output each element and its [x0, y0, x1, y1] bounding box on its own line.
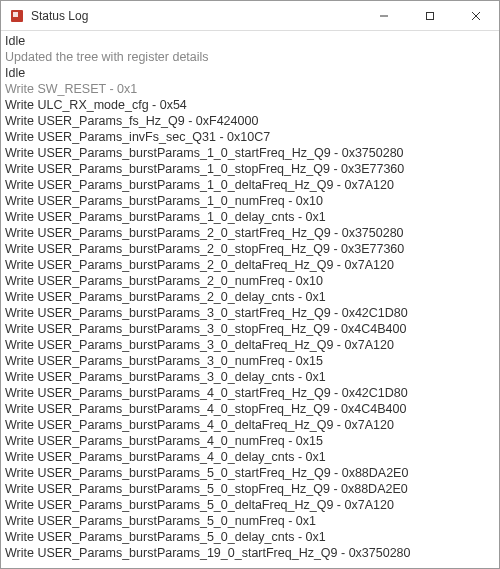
svg-rect-2 [13, 12, 18, 17]
log-line: Write USER_Params_burstParams_5_0_stopFr… [5, 481, 495, 497]
log-line: Write USER_Params_burstParams_1_0_delay_… [5, 209, 495, 225]
log-line: Updated the tree with register details [5, 49, 495, 65]
log-area[interactable]: IdleUpdated the tree with register detai… [1, 31, 499, 568]
log-line: Write USER_Params_burstParams_2_0_numFre… [5, 273, 495, 289]
window-controls [361, 1, 499, 30]
log-line: Write USER_Params_burstParams_5_0_numFre… [5, 513, 495, 529]
log-line: Write USER_Params_burstParams_2_0_deltaF… [5, 257, 495, 273]
log-line: Write ULC_RX_mode_cfg - 0x54 [5, 97, 495, 113]
log-line: Write USER_Params_burstParams_3_0_startF… [5, 305, 495, 321]
close-button[interactable] [453, 1, 499, 30]
log-line: Write USER_Params_burstParams_1_0_startF… [5, 145, 495, 161]
log-line: Idle [5, 33, 495, 49]
log-line: Write USER_Params_burstParams_4_0_deltaF… [5, 417, 495, 433]
log-line: Write USER_Params_burstParams_5_0_deltaF… [5, 497, 495, 513]
log-line: Write USER_Params_burstParams_4_0_startF… [5, 385, 495, 401]
maximize-button[interactable] [407, 1, 453, 30]
log-line: Write SW_RESET - 0x1 [5, 81, 495, 97]
log-line: Write USER_Params_burstParams_3_0_stopFr… [5, 321, 495, 337]
log-line: Write USER_Params_burstParams_5_0_delay_… [5, 529, 495, 545]
svg-rect-4 [427, 12, 434, 19]
log-line: Write USER_Params_invFs_sec_Q31 - 0x10C7 [5, 129, 495, 145]
titlebar[interactable]: Status Log [1, 1, 499, 31]
log-line: Write USER_Params_burstParams_5_0_startF… [5, 465, 495, 481]
log-line: Write USER_Params_burstParams_2_0_delay_… [5, 289, 495, 305]
log-line: Write USER_Params_burstParams_1_0_numFre… [5, 193, 495, 209]
minimize-button[interactable] [361, 1, 407, 30]
log-line: Write USER_Params_burstParams_19_0_start… [5, 545, 495, 561]
log-line: Write USER_Params_burstParams_3_0_deltaF… [5, 337, 495, 353]
log-line: Write USER_Params_burstParams_3_0_delay_… [5, 369, 495, 385]
log-line: Write USER_Params_burstParams_4_0_numFre… [5, 433, 495, 449]
app-icon [9, 8, 25, 24]
log-line: Write USER_Params_burstParams_3_0_numFre… [5, 353, 495, 369]
log-line: Write USER_Params_burstParams_4_0_delay_… [5, 449, 495, 465]
status-log-window: Status Log IdleUpdated the tree with reg… [0, 0, 500, 569]
log-line: Write USER_Params_burstParams_1_0_stopFr… [5, 161, 495, 177]
log-line: Write USER_Params_burstParams_1_0_deltaF… [5, 177, 495, 193]
log-line: Write USER_Params_burstParams_4_0_stopFr… [5, 401, 495, 417]
log-line: Write USER_Params_burstParams_2_0_startF… [5, 225, 495, 241]
log-line: Write USER_Params_burstParams_2_0_stopFr… [5, 241, 495, 257]
log-line: Idle [5, 65, 495, 81]
window-title: Status Log [31, 9, 361, 23]
log-line: Write USER_Params_fs_Hz_Q9 - 0xF424000 [5, 113, 495, 129]
